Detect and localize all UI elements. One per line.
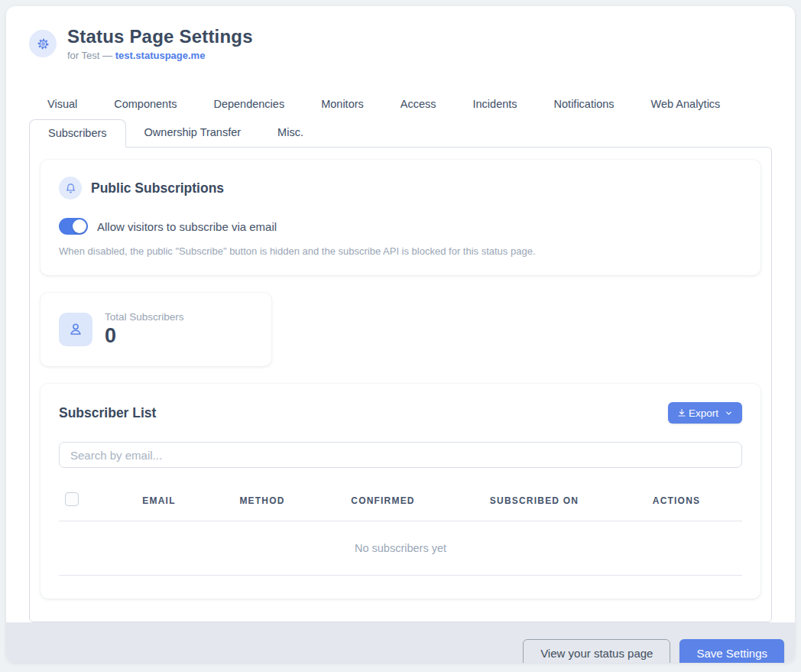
tab-misc[interactable]: Misc. bbox=[259, 119, 322, 147]
select-all-checkbox[interactable] bbox=[65, 492, 79, 506]
subscriber-list-card: Subscriber List Export bbox=[41, 384, 760, 599]
toggle-label: Allow visitors to subscribe via email bbox=[97, 220, 277, 233]
public-subscriptions-card: Public Subscriptions Allow visitors to s… bbox=[41, 160, 760, 275]
export-button[interactable]: Export bbox=[668, 402, 742, 424]
toggle-helper-text: When disabled, the public "Subscribe" bu… bbox=[59, 245, 742, 257]
page-header: Status Page Settings for Test — test.sta… bbox=[29, 26, 772, 61]
tab-dependencies[interactable]: Dependencies bbox=[195, 90, 303, 118]
subscribers-tab-panel: Public Subscriptions Allow visitors to s… bbox=[29, 147, 772, 622]
status-page-link[interactable]: test.statuspage.me bbox=[115, 50, 206, 61]
subscriber-list-title: Subscriber List bbox=[59, 405, 156, 421]
tab-subscribers[interactable]: Subscribers bbox=[29, 119, 126, 148]
settings-gear-icon bbox=[29, 30, 57, 57]
tab-notifications[interactable]: Notifications bbox=[536, 90, 633, 118]
stat-value: 0 bbox=[105, 324, 184, 348]
export-button-label: Export bbox=[689, 407, 718, 419]
column-actions: ACTIONS bbox=[611, 485, 742, 521]
subscribe-toggle-row: Allow visitors to subscribe via email bbox=[59, 218, 742, 235]
tab-visual[interactable]: Visual bbox=[29, 90, 96, 118]
tab-web-analytics[interactable]: Web Analytics bbox=[633, 90, 739, 118]
person-icon bbox=[59, 313, 92, 346]
tab-access[interactable]: Access bbox=[382, 90, 455, 118]
empty-state-text: No subscribers yet bbox=[59, 521, 742, 576]
stat-label: Total Subscribers bbox=[105, 311, 184, 323]
public-subscriptions-header: Public Subscriptions bbox=[59, 177, 742, 200]
tab-components[interactable]: Components bbox=[96, 90, 195, 118]
column-email: EMAIL bbox=[102, 485, 216, 521]
page-subtitle: for Test — test.statuspage.me bbox=[67, 50, 253, 61]
total-subscribers-card: Total Subscribers 0 bbox=[41, 293, 271, 366]
header-text: Status Page Settings for Test — test.sta… bbox=[67, 26, 253, 61]
allow-subscribe-toggle[interactable] bbox=[59, 218, 88, 235]
table-header-row: EMAIL METHOD CONFIRMED SUBSCRIBED ON ACT… bbox=[59, 485, 742, 521]
tab-monitors[interactable]: Monitors bbox=[303, 90, 382, 118]
public-subscriptions-title: Public Subscriptions bbox=[91, 180, 224, 196]
download-icon bbox=[677, 408, 686, 417]
toggle-knob bbox=[73, 219, 86, 233]
subscriber-list-header: Subscriber List Export bbox=[59, 402, 742, 424]
tab-ownership-transfer[interactable]: Ownership Transfer bbox=[126, 119, 260, 147]
chevron-down-icon bbox=[725, 409, 733, 417]
column-confirmed: CONFIRMED bbox=[308, 485, 458, 521]
tab-incidents[interactable]: Incidents bbox=[455, 90, 536, 118]
page-title: Status Page Settings bbox=[67, 26, 253, 47]
window-footer: View your status page Save Settings bbox=[6, 622, 795, 663]
subtitle-prefix: for Test — bbox=[67, 50, 112, 61]
stat-text: Total Subscribers 0 bbox=[105, 311, 184, 348]
bell-icon bbox=[59, 177, 82, 200]
empty-state-row: No subscribers yet bbox=[59, 521, 742, 576]
view-status-page-button[interactable]: View your status page bbox=[523, 639, 670, 664]
tab-row-primary: Visual Components Dependencies Monitors … bbox=[29, 90, 772, 118]
tab-row-secondary: Subscribers Ownership Transfer Misc. bbox=[29, 119, 772, 147]
save-settings-button[interactable]: Save Settings bbox=[679, 639, 784, 664]
search-input[interactable] bbox=[59, 442, 742, 468]
column-method: METHOD bbox=[216, 485, 308, 521]
window-body: Status Page Settings for Test — test.sta… bbox=[6, 6, 795, 622]
status-page-settings-window: Status Page Settings for Test — test.sta… bbox=[6, 6, 795, 663]
subscribers-table: EMAIL METHOD CONFIRMED SUBSCRIBED ON ACT… bbox=[59, 485, 742, 576]
column-subscribed-on: SUBSCRIBED ON bbox=[458, 485, 611, 521]
